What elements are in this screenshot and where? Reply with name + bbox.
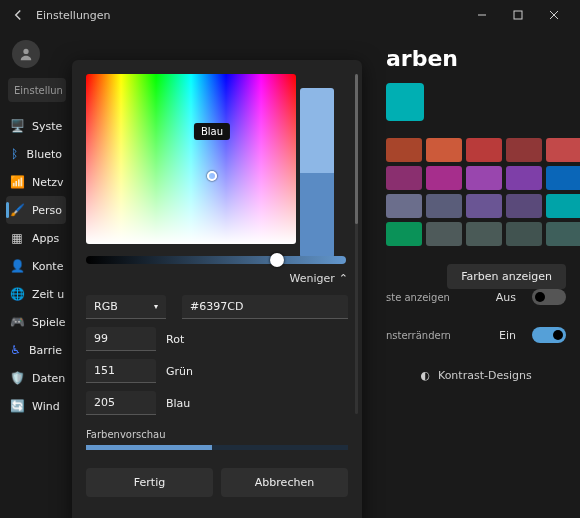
color-swatch[interactable] — [466, 166, 502, 190]
nav-label: Spiele — [32, 316, 66, 329]
toggle-state: Ein — [499, 329, 516, 342]
channel-label: Grün — [166, 365, 193, 378]
setting-label: ste anzeigen — [386, 292, 450, 303]
nav-icon: 🎮 — [10, 315, 24, 329]
color-swatch[interactable] — [426, 166, 462, 190]
color-swatch[interactable] — [426, 222, 462, 246]
maximize-button[interactable] — [500, 0, 536, 30]
sidebar-item-4[interactable]: ▦Apps — [6, 224, 66, 252]
nav-icon: ᛒ — [10, 147, 19, 161]
sv-cursor[interactable] — [207, 171, 217, 181]
avatar[interactable] — [12, 40, 40, 68]
nav-label: Netzv — [32, 176, 64, 189]
nav-icon: 🖌️ — [10, 203, 24, 217]
nav-icon: 📶 — [10, 175, 24, 189]
channel-input-Blau[interactable] — [86, 391, 156, 415]
color-swatch[interactable] — [506, 194, 542, 218]
sidebar-item-7[interactable]: 🎮Spiele — [6, 308, 66, 336]
color-swatch[interactable] — [386, 194, 422, 218]
contrast-icon: ◐ — [420, 369, 430, 382]
color-preview-label: Farbenvorschau — [86, 429, 348, 440]
nav-label: Blueto — [27, 148, 62, 161]
color-picker-dialog: Blau Weniger ⌃ RGB ▾ RotGrünBlau Farbenv… — [72, 60, 362, 518]
sidebar-item-1[interactable]: ᛒBlueto — [6, 140, 66, 168]
color-swatch[interactable] — [546, 222, 580, 246]
nav-label: Syste — [32, 120, 62, 133]
setting-label: nsterrändern — [386, 330, 451, 341]
toggle-switch[interactable] — [532, 327, 566, 343]
channel-input-Grün[interactable] — [86, 359, 156, 383]
sidebar-item-8[interactable]: ♿Barrie — [6, 336, 66, 364]
sidebar-item-6[interactable]: 🌐Zeit u — [6, 280, 66, 308]
dialog-scrollbar[interactable] — [355, 74, 358, 414]
setting-row: ste anzeigenAus — [386, 289, 566, 305]
show-colors-button[interactable]: Farben anzeigen — [447, 264, 566, 289]
color-swatch[interactable] — [546, 166, 580, 190]
back-button[interactable] — [8, 5, 28, 25]
titlebar: Einstellungen — [0, 0, 580, 30]
nav-icon: 🖥️ — [10, 119, 24, 133]
nav-label: Wind — [32, 400, 60, 413]
sidebar-item-3[interactable]: 🖌️Perso — [6, 196, 66, 224]
close-button[interactable] — [536, 0, 572, 30]
sidebar-item-9[interactable]: 🛡️Daten — [6, 364, 66, 392]
toggle-state: Aus — [496, 291, 516, 304]
color-grid — [386, 138, 566, 246]
toggle-switch[interactable] — [532, 289, 566, 305]
color-mode-select[interactable]: RGB ▾ — [86, 295, 166, 319]
sidebar-item-2[interactable]: 📶Netzv — [6, 168, 66, 196]
svg-point-1 — [23, 49, 28, 54]
less-toggle[interactable]: Weniger ⌃ — [86, 272, 348, 285]
done-button[interactable]: Fertig — [86, 468, 213, 497]
sidebar: Einstellun 🖥️SysteᛒBlueto📶Netzv🖌️Perso▦A… — [0, 30, 72, 518]
color-swatch[interactable] — [386, 166, 422, 190]
color-swatch[interactable] — [426, 194, 462, 218]
sidebar-item-10[interactable]: 🔄Wind — [6, 392, 66, 420]
nav-icon: 🔄 — [10, 399, 24, 413]
nav-label: Daten — [32, 372, 65, 385]
value-slider[interactable] — [86, 256, 346, 264]
color-preview-strip — [300, 88, 334, 258]
search-input[interactable]: Einstellun — [8, 78, 66, 102]
color-swatch[interactable] — [426, 138, 462, 162]
color-swatch[interactable] — [466, 194, 502, 218]
sidebar-item-0[interactable]: 🖥️Syste — [6, 112, 66, 140]
nav-label: Apps — [32, 232, 59, 245]
color-swatch[interactable] — [506, 222, 542, 246]
nav-icon: 🌐 — [10, 287, 24, 301]
chevron-up-icon: ⌃ — [339, 272, 348, 285]
hex-input[interactable] — [182, 295, 348, 319]
color-tooltip: Blau — [194, 123, 230, 140]
page-title: arben — [386, 46, 566, 71]
chevron-down-icon: ▾ — [154, 302, 158, 311]
nav-label: Barrie — [29, 344, 62, 357]
nav-label: Perso — [32, 204, 62, 217]
nav-icon: 🛡️ — [10, 371, 24, 385]
sidebar-item-5[interactable]: 👤Konte — [6, 252, 66, 280]
nav-label: Konte — [32, 260, 63, 273]
color-swatch[interactable] — [386, 222, 422, 246]
channel-label: Rot — [166, 333, 184, 346]
color-swatch[interactable] — [466, 222, 502, 246]
contrast-designs-row[interactable]: ◐ Kontrast-Designs — [386, 369, 566, 382]
cancel-button[interactable]: Abbrechen — [221, 468, 348, 497]
minimize-button[interactable] — [464, 0, 500, 30]
nav-list: 🖥️SysteᛒBlueto📶Netzv🖌️Perso▦Apps👤Konte🌐Z… — [6, 112, 66, 420]
contrast-label: Kontrast-Designs — [438, 369, 532, 382]
color-preview-bar — [86, 445, 348, 450]
nav-icon: ♿ — [10, 343, 21, 357]
current-accent-swatch[interactable] — [386, 83, 424, 121]
color-swatch[interactable] — [506, 138, 542, 162]
window-title: Einstellungen — [36, 9, 111, 22]
color-swatch[interactable] — [386, 138, 422, 162]
color-swatch[interactable] — [546, 194, 580, 218]
saturation-value-field[interactable]: Blau — [86, 74, 296, 244]
nav-label: Zeit u — [32, 288, 64, 301]
nav-icon: 👤 — [10, 259, 24, 273]
channel-input-Rot[interactable] — [86, 327, 156, 351]
color-swatch[interactable] — [466, 138, 502, 162]
setting-row: nsterrändernEin — [386, 327, 566, 343]
color-swatch[interactable] — [546, 138, 580, 162]
svg-rect-0 — [514, 11, 522, 19]
color-swatch[interactable] — [506, 166, 542, 190]
